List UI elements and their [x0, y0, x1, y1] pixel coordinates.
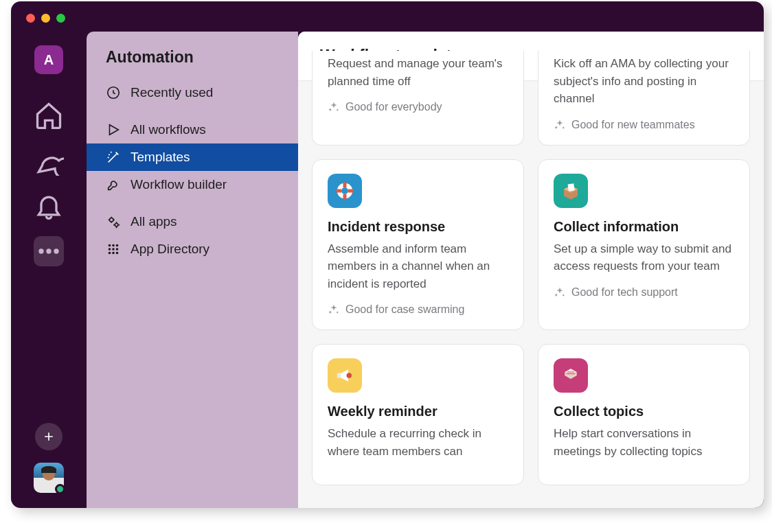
svg-point-2 [54, 248, 58, 253]
ballot-box-icon [554, 174, 588, 208]
svg-point-9 [109, 248, 111, 251]
svg-point-0 [38, 248, 43, 253]
svg-point-11 [116, 248, 119, 251]
card-tag: Good for new teammates [554, 119, 734, 131]
sidebar-item-label: Templates [130, 150, 190, 165]
sidebar-item-app-directory[interactable]: App Directory [87, 235, 298, 263]
sidebar-item-workflow-builder[interactable]: Workflow builder [87, 171, 298, 198]
svg-point-22 [347, 373, 352, 378]
sparkle-icon [554, 119, 566, 131]
card-description: Schedule a recurring check in where team… [328, 425, 508, 460]
template-card[interactable]: Request and manage your team's planned t… [312, 51, 524, 146]
lifebuoy-icon [328, 174, 362, 208]
svg-point-5 [115, 223, 118, 227]
card-title: Collect topics [554, 404, 734, 419]
presence-indicator [55, 484, 65, 494]
grid-icon [106, 242, 121, 257]
rail-bottom [11, 423, 87, 493]
template-card-incident-response[interactable]: Incident response Assemble and inform te… [312, 159, 524, 331]
panel-title: Automation [87, 48, 298, 79]
svg-rect-20 [348, 189, 354, 192]
template-card-collect-topics[interactable]: Collect topics Help start conversations … [538, 344, 750, 485]
card-description: Set up a simple way to submit and access… [554, 240, 734, 275]
sidebar-item-templates[interactable]: Templates [87, 143, 298, 171]
sidebar-panel: Automation Recently used All workflows T… [87, 32, 298, 508]
wand-icon [106, 150, 121, 165]
card-description: Request and manage your team's planned t… [328, 55, 508, 90]
svg-rect-18 [343, 194, 347, 200]
sidebar-item-recently-used[interactable]: Recently used [87, 79, 298, 106]
card-description: Assemble and inform team members in a ch… [328, 240, 508, 293]
sparkle-icon [328, 303, 340, 316]
template-grid: Request and manage your team's planned t… [298, 51, 764, 499]
card-title: Incident response [328, 219, 508, 235]
svg-rect-23 [337, 373, 341, 378]
left-rail: A [11, 1, 87, 508]
svg-point-4 [110, 218, 114, 222]
card-tag: Good for everybody [328, 101, 508, 113]
app-window: A Automation Recently used [11, 1, 764, 508]
svg-point-13 [112, 252, 115, 255]
svg-point-16 [341, 187, 348, 194]
svg-point-7 [112, 244, 115, 247]
card-tag: Good for case swarming [328, 303, 508, 316]
workspace-switcher[interactable]: A [34, 45, 63, 74]
svg-point-8 [116, 244, 119, 247]
content-area: Workflow templates Request and manage yo… [298, 32, 764, 508]
svg-point-14 [116, 252, 119, 255]
sidebar-item-all-workflows[interactable]: All workflows [87, 116, 298, 143]
card-description: Kick off an AMA by collecting your subje… [554, 55, 734, 108]
more-icon[interactable] [34, 236, 64, 266]
sidebar-item-label: Workflow builder [130, 177, 227, 192]
megaphone-icon [328, 358, 362, 393]
create-new-button[interactable] [35, 423, 63, 450]
wrench-icon [106, 177, 121, 192]
sidebar-item-label: App Directory [130, 242, 209, 257]
clock-icon [106, 85, 121, 100]
home-icon[interactable] [34, 100, 64, 130]
notepad-icon [554, 358, 588, 393]
svg-point-12 [109, 252, 111, 255]
template-card[interactable]: Kick off an AMA by collecting your subje… [538, 51, 750, 146]
card-tag: Good for tech support [554, 286, 734, 299]
svg-point-10 [112, 248, 115, 251]
sparkle-icon [328, 101, 340, 113]
card-description: Help start conversations in meetings by … [554, 425, 734, 460]
sidebar-item-label: All workflows [130, 122, 206, 137]
dms-icon[interactable] [34, 146, 64, 176]
svg-point-1 [46, 248, 51, 253]
sidebar-item-label: All apps [130, 214, 177, 229]
sidebar-item-all-apps[interactable]: All apps [87, 208, 298, 235]
activity-icon[interactable] [34, 191, 64, 221]
user-avatar[interactable] [34, 463, 64, 493]
svg-point-6 [109, 244, 111, 247]
sparkle-icon [554, 286, 566, 299]
template-card-weekly-reminder[interactable]: Weekly reminder Schedule a recurring che… [312, 344, 524, 485]
sidebar-item-label: Recently used [130, 85, 213, 100]
template-card-collect-information[interactable]: Collect information Set up a simple way … [538, 159, 750, 331]
play-icon [106, 122, 121, 137]
gears-icon [106, 214, 121, 229]
svg-rect-21 [568, 183, 575, 191]
card-title: Weekly reminder [328, 404, 508, 419]
card-title: Collect information [554, 219, 734, 235]
svg-rect-17 [343, 182, 347, 187]
svg-rect-19 [337, 189, 342, 192]
